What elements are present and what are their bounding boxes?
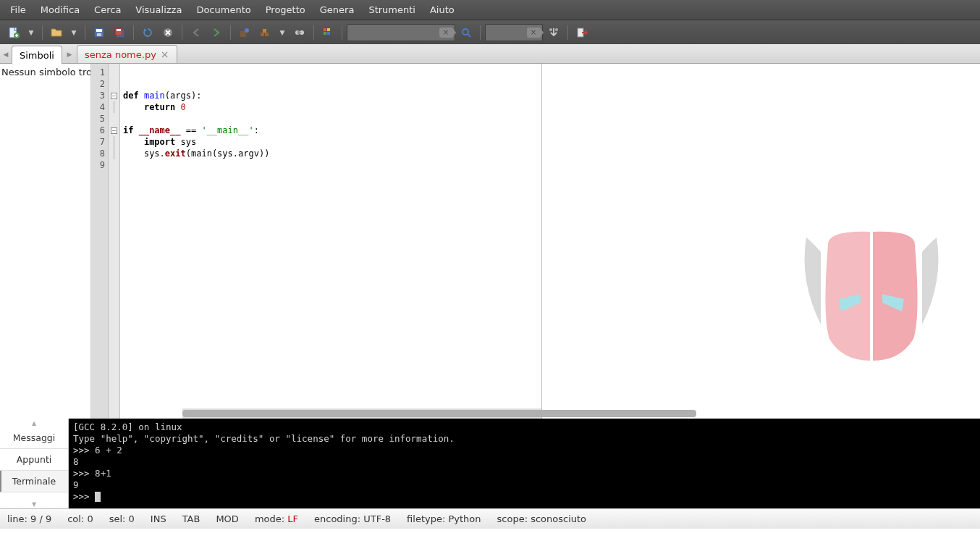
search-input-wrap — [347, 24, 455, 41]
svg-point-22 — [555, 28, 558, 31]
svg-rect-16 — [324, 28, 326, 31]
save-icon[interactable] — [90, 23, 109, 42]
compile-icon[interactable] — [235, 23, 254, 42]
svg-rect-4 — [97, 33, 101, 36]
symbols-sidebar: Nessun simbolo trovato — [0, 64, 91, 419]
nav-forward-icon[interactable] — [207, 23, 226, 42]
terminal-cursor — [95, 492, 101, 502]
svg-rect-19 — [327, 32, 330, 35]
status-tab[interactable]: TAB — [182, 513, 200, 524]
menu-documento[interactable]: Documento — [189, 1, 258, 18]
panel-tab-terminale[interactable]: Terminale — [0, 471, 68, 492]
color-picker-icon[interactable] — [318, 23, 337, 42]
panel-scroll-down-icon[interactable]: ▼ — [0, 500, 68, 508]
search-clear-icon[interactable] — [439, 28, 452, 38]
horizontal-scrollbar[interactable] — [182, 408, 541, 419]
new-file-dropdown-icon[interactable]: ▼ — [25, 23, 38, 42]
editor-tab-label: senza nome.py — [85, 49, 156, 60]
svg-point-20 — [462, 29, 468, 35]
menu-file[interactable]: File — [3, 1, 33, 18]
goto-icon[interactable] — [544, 23, 563, 42]
panel-scroll-up-icon[interactable]: ▲ — [0, 419, 68, 427]
code-area[interactable]: def main(args): return 0 if __name__ == … — [120, 64, 541, 419]
svg-point-21 — [549, 28, 552, 31]
tabbar: ◀ Simboli ▶ senza nome.py × — [0, 44, 980, 64]
panel-tab-appunti[interactable]: Appunti — [0, 449, 68, 471]
app-logo-watermark — [785, 216, 958, 382]
minimap — [542, 64, 980, 419]
build-dropdown-icon[interactable]: ▼ — [276, 23, 289, 42]
toolbar: ▼ ▼ ▼ — [0, 20, 980, 44]
status-line: line: 9 / 9 — [7, 513, 51, 524]
editor[interactable]: 123456789 −− def main(args): return 0 if… — [91, 64, 980, 419]
open-file-dropdown-icon[interactable]: ▼ — [67, 23, 80, 42]
sidebar-tab-symbols[interactable]: Simboli — [12, 46, 62, 64]
goto-input-wrap — [485, 24, 543, 41]
menu-aiuto[interactable]: Aiuto — [423, 1, 462, 18]
menubar: FileModificaCercaVisualizzaDocumentoProg… — [0, 0, 980, 20]
panel-tab-list: ▲ MessaggiAppuntiTerminale ▼ — [0, 419, 69, 508]
status-sel: sel: 0 — [109, 513, 135, 524]
fold-toggle-icon[interactable]: − — [111, 93, 117, 99]
menu-modifica[interactable]: Modifica — [33, 1, 87, 18]
svg-point-10 — [245, 28, 249, 33]
menu-genera[interactable]: Genera — [313, 1, 362, 18]
build-icon[interactable] — [255, 23, 274, 42]
sidebar-empty-text: Nessun simbolo trovato — [1, 67, 91, 77]
fold-gutter: −− — [109, 64, 120, 419]
menu-strumenti[interactable]: Strumenti — [361, 1, 423, 18]
status-col: col: 0 — [67, 513, 93, 524]
svg-rect-9 — [240, 31, 246, 37]
tab-scroll-right-icon[interactable]: ▶ — [64, 45, 75, 63]
open-file-icon[interactable] — [47, 23, 66, 42]
close-icon[interactable] — [159, 23, 177, 42]
svg-rect-3 — [96, 29, 102, 32]
close-tab-icon[interactable]: × — [161, 49, 169, 60]
bottom-panel: ▲ MessaggiAppuntiTerminale ▼ [GCC 8.2.0]… — [0, 419, 980, 508]
svg-rect-18 — [324, 32, 326, 35]
new-file-icon[interactable] — [4, 23, 23, 42]
svg-rect-13 — [263, 29, 266, 33]
search-icon[interactable] — [457, 23, 476, 42]
main-area: Nessun simbolo trovato 123456789 −− def … — [0, 64, 980, 419]
tab-scroll-left-icon[interactable]: ◀ — [0, 45, 12, 63]
terminal[interactable]: [GCC 8.2.0] on linuxType "help", "copyri… — [69, 419, 980, 508]
svg-rect-17 — [327, 28, 330, 31]
svg-rect-7 — [117, 29, 121, 31]
editor-tab[interactable]: senza nome.py × — [77, 45, 177, 63]
status-encoding[interactable]: encoding: UTF-8 — [314, 513, 391, 524]
quit-icon[interactable] — [573, 23, 591, 42]
nav-back-icon[interactable] — [187, 23, 206, 42]
status-scope: scope: sconosciuto — [497, 513, 587, 524]
status-mode[interactable]: mode: LF — [255, 513, 298, 524]
menu-cerca[interactable]: Cerca — [87, 1, 128, 18]
line-number-gutter: 123456789 — [91, 64, 109, 419]
panel-tab-messaggi[interactable]: Messaggi — [0, 427, 68, 449]
run-icon[interactable] — [290, 23, 309, 42]
svg-rect-11 — [261, 33, 264, 36]
fold-toggle-icon[interactable]: − — [111, 127, 117, 134]
svg-rect-12 — [265, 33, 269, 36]
reload-icon[interactable] — [138, 23, 157, 42]
save-all-icon[interactable] — [110, 23, 129, 42]
sidebar-tab-label: Simboli — [20, 50, 54, 61]
goto-clear-icon[interactable] — [527, 28, 540, 38]
status-filetype[interactable]: filetype: Python — [407, 513, 481, 524]
menu-visualizza[interactable]: Visualizza — [128, 1, 189, 18]
status-mod: MOD — [216, 513, 238, 524]
status-ins[interactable]: INS — [151, 513, 166, 524]
menu-progetto[interactable]: Progetto — [258, 1, 313, 18]
statusbar: line: 9 / 9 col: 0 sel: 0 INS TAB MOD mo… — [0, 508, 980, 529]
